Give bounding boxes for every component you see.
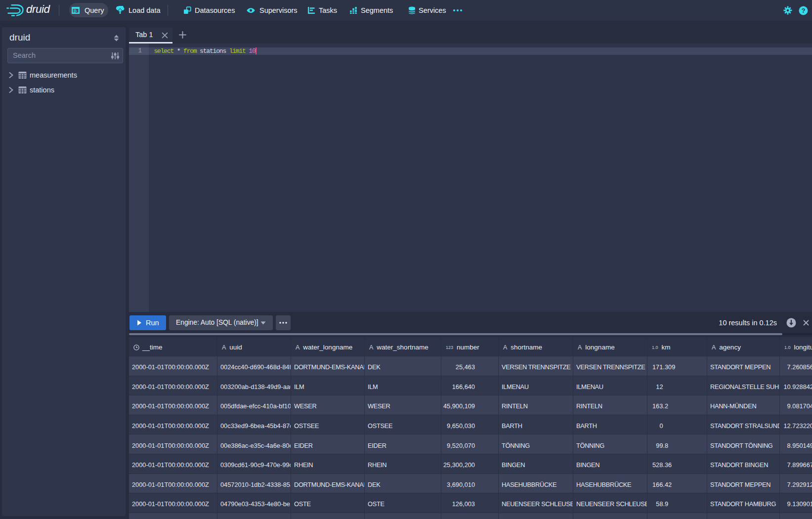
svg-text:?: ? <box>802 7 806 14</box>
